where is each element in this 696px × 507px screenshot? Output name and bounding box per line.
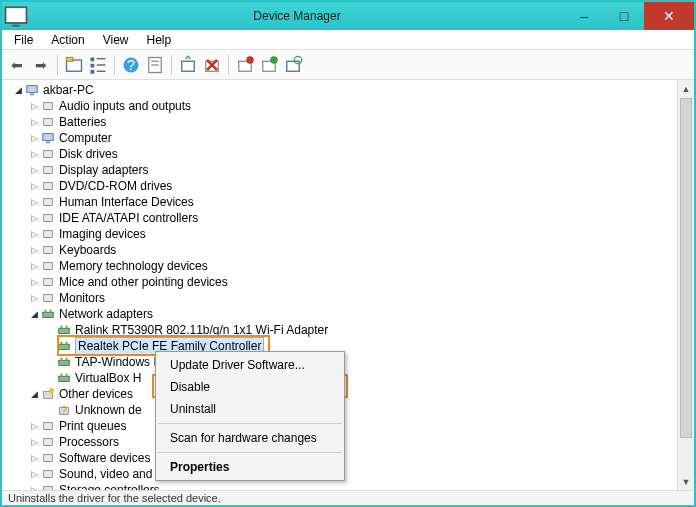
tree-item[interactable]: Realtek PCIe FE Family Controller <box>6 338 694 354</box>
title-bar: Device Manager – □ ✕ <box>2 2 694 30</box>
menu-bar: File Action View Help <box>2 30 694 50</box>
tree-category-monitor[interactable]: ▷Monitors <box>6 290 694 306</box>
svg-rect-26 <box>30 94 34 96</box>
svg-rect-36 <box>44 231 53 238</box>
tree-item[interactable]: VirtualBox H <box>6 370 694 386</box>
svg-rect-35 <box>44 215 53 222</box>
svg-rect-37 <box>44 247 53 254</box>
tree-item-label: Processors <box>59 434 119 450</box>
refresh-icon[interactable] <box>177 54 199 76</box>
storage-icon <box>40 482 56 490</box>
tree-category-cpu[interactable]: ▷Processors <box>6 434 694 450</box>
tree-item-label: Disk drives <box>59 146 118 162</box>
svg-rect-61 <box>44 439 53 446</box>
minimize-button[interactable]: – <box>564 2 604 30</box>
tree-category-battery[interactable]: ▷Batteries <box>6 114 694 130</box>
tree-item-label: Batteries <box>59 114 106 130</box>
tree-item-label: DVD/CD-ROM drives <box>59 178 172 194</box>
context-item-properties[interactable]: Properties <box>156 456 344 478</box>
svg-rect-31 <box>44 151 53 158</box>
ide-icon <box>40 210 56 226</box>
menu-view[interactable]: View <box>95 31 137 49</box>
tree-category-storage[interactable]: ▷Storage controllers <box>6 482 694 490</box>
tree-item-label: TAP-Windows H <box>75 354 162 370</box>
tree-category-printer[interactable]: ▷Print queues <box>6 418 694 434</box>
tree-item-label: Network adapters <box>59 306 153 322</box>
tree-category-disc[interactable]: ▷DVD/CD-ROM drives <box>6 178 694 194</box>
context-item-disable[interactable]: Disable <box>156 376 344 398</box>
drive-icon <box>40 146 56 162</box>
svg-rect-5 <box>91 63 95 67</box>
maximize-button[interactable]: □ <box>604 2 644 30</box>
tree-category-drive[interactable]: ▷Disk drives <box>6 146 694 162</box>
tree-item-label: Storage controllers <box>59 482 160 490</box>
expand-icon: ▷ <box>28 194 40 210</box>
tree-category-computer[interactable]: ▷Computer <box>6 130 694 146</box>
tree-category-ide[interactable]: ▷IDE ATA/ATAPI controllers <box>6 210 694 226</box>
tree-item[interactable]: ?Unknown de <box>6 402 694 418</box>
tree-item-label: Human Interface Devices <box>59 194 194 210</box>
svg-rect-33 <box>44 183 53 190</box>
tree-category-memory[interactable]: ▷Memory technology devices <box>6 258 694 274</box>
svg-rect-64 <box>44 487 53 491</box>
tree-root[interactable]: ◢akbar-PC <box>6 82 694 98</box>
back-arrow-icon[interactable]: ⬅ <box>6 54 28 76</box>
tree-item-label: Computer <box>59 130 112 146</box>
disable-icon[interactable] <box>234 54 256 76</box>
svg-rect-55 <box>66 374 68 377</box>
tree-category-mouse[interactable]: ▷Mice and other pointing devices <box>6 274 694 290</box>
expand-icon: ▷ <box>28 242 40 258</box>
tree-category-other[interactable]: ◢Other devices <box>6 386 694 402</box>
context-item-scan-for-hardware-changes[interactable]: Scan for hardware changes <box>156 427 344 449</box>
tree-item[interactable]: TAP-Windows H <box>6 354 694 370</box>
tree-item-label: Keyboards <box>59 242 116 258</box>
svg-text:?: ? <box>61 404 67 416</box>
tree-category-display[interactable]: ▷Display adapters <box>6 162 694 178</box>
tree-category-network[interactable]: ◢Network adapters <box>6 306 694 322</box>
scan-icon[interactable] <box>282 54 304 76</box>
svg-rect-39 <box>44 279 53 286</box>
tree-category-hid[interactable]: ▷Human Interface Devices <box>6 194 694 210</box>
tree-category-sound[interactable]: ▷Sound, video and game controllers <box>6 466 694 482</box>
status-bar: Uninstalls the driver for the selected d… <box>2 490 694 507</box>
help-icon[interactable]: ? <box>120 54 142 76</box>
expand-icon: ▷ <box>28 418 40 434</box>
tree-category-speaker[interactable]: ▷Audio inputs and outputs <box>6 98 694 114</box>
expand-icon: ▷ <box>28 290 40 306</box>
expand-icon: ▷ <box>28 274 40 290</box>
expand-icon: ▷ <box>28 466 40 482</box>
svg-point-57 <box>49 388 54 393</box>
device-tree[interactable]: ▲ ▼ ◢akbar-PC▷Audio inputs and outputs▷B… <box>2 80 694 490</box>
svg-rect-25 <box>27 86 38 93</box>
net-icon <box>56 338 72 354</box>
tree-item[interactable]: Ralink RT5390R 802.11b/g/n 1x1 Wi-Fi Ada… <box>6 322 694 338</box>
up-level-icon[interactable] <box>63 54 85 76</box>
properties-icon[interactable] <box>144 54 166 76</box>
tree-category-keyboard[interactable]: ▷Keyboards <box>6 242 694 258</box>
battery-icon <box>40 114 56 130</box>
collapse-icon: ◢ <box>12 82 24 98</box>
expand-icon: ▷ <box>28 210 40 226</box>
svg-rect-45 <box>61 326 63 329</box>
context-item-update-driver-software[interactable]: Update Driver Software... <box>156 354 344 376</box>
toolbar-separator <box>114 55 115 75</box>
tree-category-software[interactable]: ▷Software devices <box>6 450 694 466</box>
tree-item-label: VirtualBox H <box>75 370 141 386</box>
menu-file[interactable]: File <box>6 31 41 49</box>
tree-item-label: Ralink RT5390R 802.11b/g/n 1x1 Wi-Fi Ada… <box>75 322 328 338</box>
tree-category-camera[interactable]: ▷Imaging devices <box>6 226 694 242</box>
toolbar: ⬅ ➡ ? <box>2 50 694 80</box>
svg-rect-30 <box>46 142 50 144</box>
menu-action[interactable]: Action <box>43 31 92 49</box>
forward-arrow-icon[interactable]: ➡ <box>30 54 52 76</box>
close-button[interactable]: ✕ <box>644 2 694 30</box>
context-item-uninstall[interactable]: Uninstall <box>156 398 344 420</box>
expand-icon: ▷ <box>28 146 40 162</box>
enable-icon[interactable] <box>258 54 280 76</box>
svg-rect-54 <box>61 374 63 377</box>
uninstall-icon[interactable] <box>201 54 223 76</box>
tree-view-icon[interactable] <box>87 54 109 76</box>
menu-help[interactable]: Help <box>139 31 180 49</box>
svg-rect-23 <box>287 61 300 71</box>
computer-icon <box>24 82 40 98</box>
